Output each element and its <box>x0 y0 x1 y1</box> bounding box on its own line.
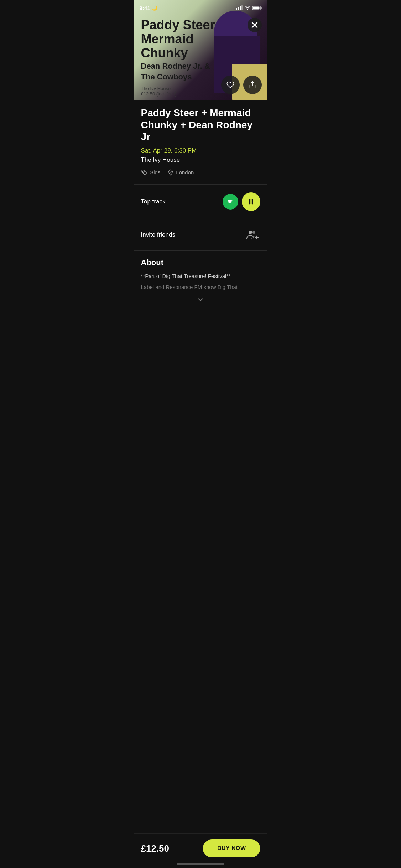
share-icon <box>249 81 256 89</box>
gigs-label: Gigs <box>150 169 161 175</box>
poster-artist-line3: Chunky <box>141 46 260 60</box>
svg-rect-13 <box>249 199 250 204</box>
top-track-icons <box>223 192 260 211</box>
svg-point-15 <box>249 231 252 234</box>
top-track-label: Top track <box>141 198 166 205</box>
svg-rect-0 <box>236 8 237 10</box>
poster-supporting: Dean Rodney Jr. & <box>141 62 260 71</box>
svg-rect-3 <box>241 5 243 10</box>
event-title: Paddy Steer + Mermaid Chunky + Dean Rodn… <box>141 107 260 143</box>
friends-icon-wrap <box>245 227 260 243</box>
about-bold-text: **Part of Dig That Treasure! Festival** <box>141 273 260 279</box>
chevron-down-icon <box>196 295 205 304</box>
svg-point-16 <box>252 231 255 234</box>
heart-icon <box>226 81 234 89</box>
poster-logos: digthattreasure.blogspot.co.uk DICE ⟁ Re… <box>141 99 260 100</box>
spotify-icon <box>226 197 235 206</box>
battery-icon <box>252 6 262 10</box>
svg-point-10 <box>142 171 144 172</box>
status-bar: 9:41 🌙 <box>134 0 267 16</box>
spotify-button[interactable] <box>223 194 238 210</box>
moon-icon: 🌙 <box>152 5 157 11</box>
image-actions <box>221 76 262 94</box>
close-button[interactable] <box>248 18 262 32</box>
top-track-section: Top track <box>141 185 260 219</box>
about-body-text: Label and Resonance FM show Dig That <box>141 283 260 291</box>
status-icons <box>236 5 262 10</box>
wifi-icon <box>245 6 250 10</box>
svg-rect-1 <box>238 7 239 10</box>
tag-icon <box>141 169 147 176</box>
tag-location[interactable]: London <box>167 169 194 176</box>
invite-friends-section[interactable]: Invite friends <box>141 219 260 250</box>
svg-rect-2 <box>240 6 241 10</box>
signal-icon <box>236 5 243 10</box>
favorite-button[interactable] <box>221 76 240 94</box>
share-button[interactable] <box>243 76 262 94</box>
main-content: Paddy Steer + Mermaid Chunky + Dean Rodn… <box>134 100 267 347</box>
location-icon <box>167 169 174 176</box>
event-date: Sat, Apr 29, 6:30 PM <box>141 147 260 154</box>
friends-icon <box>246 229 259 240</box>
pause-icon <box>247 198 255 206</box>
pause-button[interactable] <box>242 192 260 211</box>
svg-point-11 <box>170 171 171 172</box>
status-time: 9:41 🌙 <box>140 5 157 11</box>
poster-artist-main: Paddy Steer <box>141 18 260 32</box>
event-tags: Gigs London <box>141 169 260 176</box>
svg-rect-5 <box>253 6 259 9</box>
poster-artist-line2: Mermaid <box>141 32 260 46</box>
close-icon <box>251 22 258 28</box>
location-label: London <box>176 169 194 175</box>
tag-gigs[interactable]: Gigs <box>141 169 161 176</box>
invite-friends-label: Invite friends <box>141 231 175 238</box>
about-section: About **Part of Dig That Treasure! Festi… <box>141 251 260 311</box>
event-venue: The Ivy House <box>141 156 260 164</box>
expand-arrow[interactable] <box>141 295 260 304</box>
svg-rect-6 <box>261 7 262 9</box>
about-title: About <box>141 258 260 267</box>
svg-rect-14 <box>251 199 253 204</box>
